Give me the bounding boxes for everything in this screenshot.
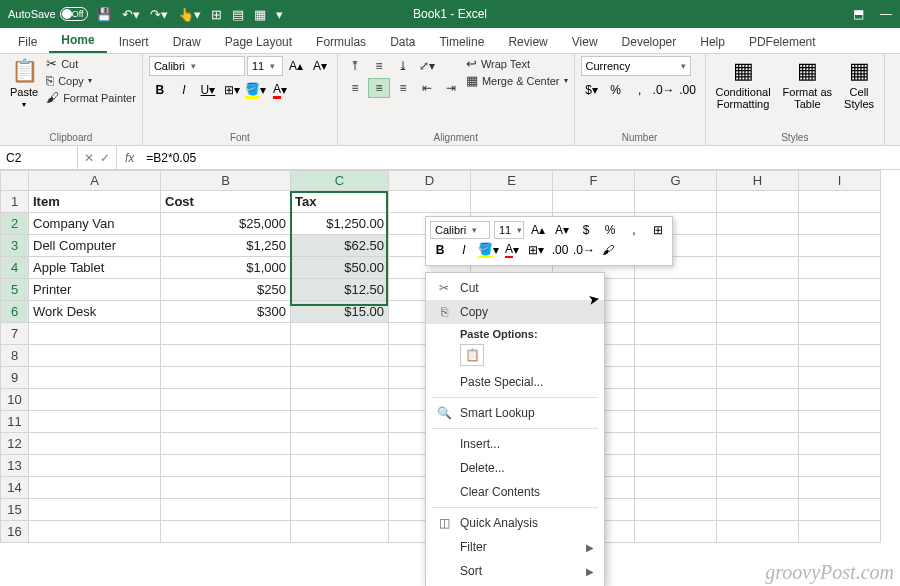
comma-format-icon[interactable]: , <box>629 80 651 100</box>
tab-help[interactable]: Help <box>688 31 737 53</box>
decrease-decimal-icon[interactable]: .00 <box>677 80 699 100</box>
cell[interactable]: Item <box>29 191 161 213</box>
cell[interactable] <box>161 411 291 433</box>
cell[interactable] <box>635 477 717 499</box>
cell[interactable] <box>29 367 161 389</box>
cell[interactable] <box>635 345 717 367</box>
col-header-d[interactable]: D <box>389 171 471 191</box>
cell[interactable] <box>635 279 717 301</box>
cell[interactable]: Work Desk <box>29 301 161 323</box>
col-header-f[interactable]: F <box>553 171 635 191</box>
row-header[interactable]: 4 <box>1 257 29 279</box>
tab-draw[interactable]: Draw <box>161 31 213 53</box>
cell[interactable] <box>717 411 799 433</box>
cell[interactable] <box>799 433 881 455</box>
context-copy[interactable]: ⎘Copy <box>426 300 604 324</box>
align-bottom-icon[interactable]: ⤓ <box>392 56 414 76</box>
cell[interactable] <box>29 411 161 433</box>
cell[interactable] <box>717 521 799 543</box>
cell[interactable] <box>799 521 881 543</box>
mini-border-icon[interactable]: ⊞▾ <box>526 241 546 259</box>
save-icon[interactable]: 💾 <box>96 7 112 22</box>
col-header-e[interactable]: E <box>471 171 553 191</box>
cell[interactable] <box>291 521 389 543</box>
font-name-select[interactable]: Calibri▾ <box>149 56 245 76</box>
cell[interactable] <box>635 521 717 543</box>
col-header-i[interactable]: I <box>799 171 881 191</box>
cell[interactable]: Tax <box>291 191 389 213</box>
row-header[interactable]: 8 <box>1 345 29 367</box>
row-header[interactable]: 9 <box>1 367 29 389</box>
cell[interactable] <box>29 323 161 345</box>
cell[interactable] <box>799 323 881 345</box>
cell[interactable] <box>161 367 291 389</box>
context-insert[interactable]: Insert... <box>426 432 604 456</box>
redo-icon[interactable]: ↷▾ <box>150 7 168 22</box>
cell[interactable] <box>161 433 291 455</box>
cell[interactable]: $250 <box>161 279 291 301</box>
cell[interactable] <box>471 191 553 213</box>
cell[interactable] <box>291 499 389 521</box>
fx-icon[interactable]: fx <box>117 151 142 165</box>
formula-input[interactable]: =B2*0.05 <box>142 151 200 165</box>
percent-format-icon[interactable]: % <box>605 80 627 100</box>
mini-fill-icon[interactable]: 🪣▾ <box>478 241 498 259</box>
context-filter[interactable]: Filter▶ <box>426 535 604 559</box>
cell[interactable] <box>161 455 291 477</box>
row-header[interactable]: 5 <box>1 279 29 301</box>
minimize-icon[interactable]: — <box>880 7 892 21</box>
cell[interactable] <box>799 213 881 235</box>
cell[interactable] <box>717 235 799 257</box>
cell[interactable]: Dell Computer <box>29 235 161 257</box>
cell[interactable] <box>161 345 291 367</box>
align-right-icon[interactable]: ≡ <box>392 78 414 98</box>
cell[interactable] <box>717 455 799 477</box>
increase-font-icon[interactable]: A▴ <box>285 56 307 76</box>
borders-button[interactable]: ⊞▾ <box>221 80 243 100</box>
context-quick-analysis[interactable]: ◫Quick Analysis <box>426 511 604 535</box>
enter-formula-icon[interactable]: ✓ <box>100 151 110 165</box>
cell[interactable] <box>799 389 881 411</box>
cell[interactable] <box>717 367 799 389</box>
cell[interactable] <box>161 499 291 521</box>
row-header[interactable]: 14 <box>1 477 29 499</box>
number-format-select[interactable]: Currency▾ <box>581 56 691 76</box>
col-header-h[interactable]: H <box>717 171 799 191</box>
cell[interactable] <box>717 257 799 279</box>
decrease-font-icon[interactable]: A▾ <box>309 56 331 76</box>
cell[interactable] <box>717 433 799 455</box>
mini-bold-icon[interactable]: B <box>430 241 450 259</box>
cell[interactable] <box>635 191 717 213</box>
row-header[interactable]: 13 <box>1 455 29 477</box>
cell[interactable] <box>635 323 717 345</box>
cell[interactable]: $62.50 <box>291 235 389 257</box>
cell[interactable] <box>291 323 389 345</box>
context-paste-special[interactable]: Paste Special... <box>426 370 604 394</box>
cell[interactable]: $300 <box>161 301 291 323</box>
cell[interactable] <box>389 191 471 213</box>
cell[interactable] <box>799 367 881 389</box>
cell[interactable] <box>799 477 881 499</box>
decrease-indent-icon[interactable]: ⇤ <box>416 78 438 98</box>
tab-developer[interactable]: Developer <box>610 31 689 53</box>
row-header[interactable]: 12 <box>1 433 29 455</box>
align-middle-icon[interactable]: ≡ <box>368 56 390 76</box>
paste-button[interactable]: 📋 Paste ▾ <box>6 56 42 130</box>
qat-more-icon[interactable]: ▾ <box>276 7 283 22</box>
increase-decimal-icon[interactable]: .0→ <box>653 80 675 100</box>
cell[interactable] <box>29 455 161 477</box>
cell[interactable]: Cost <box>161 191 291 213</box>
cell[interactable] <box>29 477 161 499</box>
tab-insert[interactable]: Insert <box>107 31 161 53</box>
cell[interactable] <box>799 279 881 301</box>
font-color-button[interactable]: A▾ <box>269 80 291 100</box>
mini-font-select[interactable]: Calibri▾ <box>430 221 490 239</box>
cut-button[interactable]: ✂Cut <box>46 56 136 71</box>
cell[interactable] <box>717 191 799 213</box>
mini-size-select[interactable]: 11▾ <box>494 221 524 239</box>
row-header[interactable]: 7 <box>1 323 29 345</box>
autosave-toggle[interactable]: AutoSave Off <box>8 7 84 21</box>
increase-indent-icon[interactable]: ⇥ <box>440 78 462 98</box>
italic-button[interactable]: I <box>173 80 195 100</box>
cell[interactable]: Apple Tablet <box>29 257 161 279</box>
